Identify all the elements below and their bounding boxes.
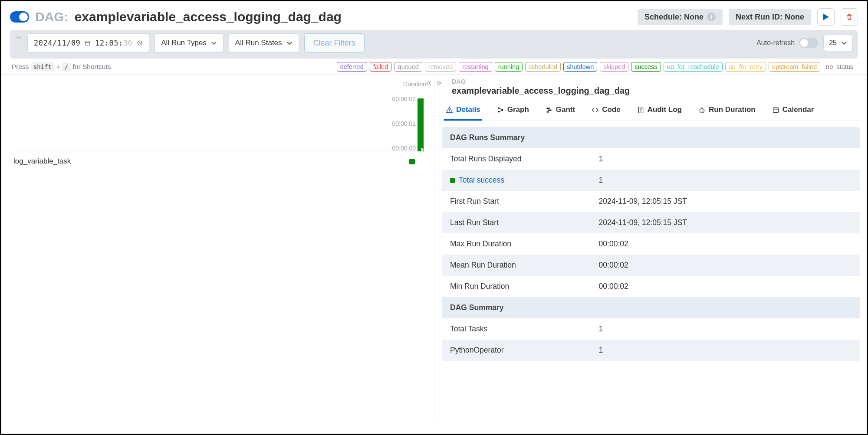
svg-rect-10	[773, 108, 778, 112]
shortcuts-hint: Press shift + / for Shortcuts	[12, 63, 111, 71]
collapse-grid-icon[interactable]: «	[426, 77, 431, 88]
trash-icon	[845, 13, 853, 21]
tab-run-duration[interactable]: Run Duration	[697, 101, 757, 121]
clear-filters-button[interactable]: Clear Filters	[304, 33, 365, 52]
dag-toggle[interactable]	[10, 11, 29, 23]
next-run-pill[interactable]: Next Run ID: None	[729, 9, 811, 25]
table-row: Total Tasks1	[442, 318, 860, 340]
state-tag-shutdown[interactable]: shutdown	[563, 62, 597, 72]
details-panel: » DAG examplevariable_access_logging_dag…	[434, 75, 867, 420]
state-tag-failed[interactable]: failed	[370, 62, 392, 72]
svg-rect-7	[546, 111, 549, 113]
trigger-button[interactable]	[817, 8, 835, 26]
state-tag-queued[interactable]: queued	[394, 62, 422, 72]
state-tag-skipped[interactable]: skipped	[600, 62, 628, 72]
chevron-down-icon	[841, 40, 847, 46]
calendar-icon	[85, 40, 91, 46]
tab-graph[interactable]: Graph	[495, 101, 531, 121]
table-row: Min Run Duration00:00:02	[442, 276, 860, 297]
datetime-picker[interactable]: 2024/11/09 12:05:36	[27, 33, 149, 52]
table-row: Mean Run Duration00:00:02	[442, 255, 860, 276]
breadcrumb: DAG examplevariable_access_logging_dag_d…	[442, 78, 860, 96]
table-row[interactable]: Total success1	[442, 170, 860, 191]
header: DAG: examplevariable_access_logging_dag_…	[1, 1, 867, 30]
state-tag-running[interactable]: running	[495, 62, 523, 72]
state-tag-removed[interactable]: removed	[425, 62, 456, 72]
collapse-filters-icon[interactable]: ︽	[16, 33, 22, 40]
state-tag-scheduled[interactable]: scheduled	[525, 62, 561, 72]
tabs: DetailsGraphGanttCodeAudit LogRun Durati…	[442, 101, 860, 121]
chevron-down-icon	[286, 40, 293, 46]
section-header: DAG Runs Summary	[442, 127, 860, 148]
code-icon	[592, 106, 599, 114]
expand-details-icon[interactable]: »	[436, 77, 441, 88]
task-instance-square[interactable]	[409, 159, 415, 164]
table-row: Last Run Start2024-11-09, 12:05:15 JST	[442, 212, 860, 233]
tab-gantt[interactable]: Gantt	[544, 101, 577, 121]
grid-panel: « Duration 00:00:02 00:00:01 00:00:00 lo…	[1, 75, 434, 420]
dag-run-bar[interactable]	[418, 98, 424, 151]
table-row: Max Run Duration00:00:02	[442, 233, 860, 255]
svg-point-2	[498, 107, 499, 108]
state-tag-deferred[interactable]: deferred	[337, 62, 367, 72]
delete-button[interactable]	[841, 8, 858, 26]
state-tag-up_for_reschedule[interactable]: up_for_reschedule	[664, 62, 723, 72]
svg-rect-6	[548, 109, 552, 111]
details-icon	[446, 106, 453, 114]
state-tag-restarting[interactable]: restarting	[459, 62, 492, 72]
duration-chart: Duration 00:00:02 00:00:01 00:00:00	[13, 79, 426, 155]
schedule-pill[interactable]: Schedule: None i	[638, 9, 723, 25]
state-tag-no_status[interactable]: no_status	[823, 62, 856, 71]
details-table: DAG Runs SummaryTotal Runs Displayed1Tot…	[442, 127, 860, 361]
run-states-select[interactable]: All Run States	[229, 33, 299, 52]
chevron-down-icon	[211, 40, 217, 46]
table-row: Total Runs Displayed1	[442, 148, 860, 170]
state-tag-up_for_retry[interactable]: up_for_retry	[725, 62, 766, 72]
task-name: log_variable_task	[13, 157, 71, 166]
dag-label: DAG:	[35, 10, 69, 24]
run-duration-icon	[698, 106, 706, 114]
table-row: First Run Start2024-11-09, 12:05:15 JST	[442, 191, 860, 212]
state-tag-success[interactable]: success	[631, 62, 661, 72]
tab-code[interactable]: Code	[590, 101, 622, 121]
tab-audit-log[interactable]: Audit Log	[635, 101, 684, 121]
gantt-icon	[546, 106, 553, 114]
audit-log-icon	[637, 106, 644, 114]
clock-icon	[137, 40, 143, 46]
dag-title: examplevariable_access_logging_dag_dag	[75, 10, 342, 24]
state-tag-upstream_failed[interactable]: upstream_failed	[769, 62, 820, 72]
auto-refresh-toggle[interactable]	[799, 38, 818, 48]
table-row: PythonOperator1	[442, 340, 860, 361]
run-types-select[interactable]: All Run Types	[155, 33, 224, 52]
page-size-select[interactable]: 25	[823, 35, 853, 51]
svg-rect-5	[546, 108, 549, 109]
filter-bar: ︽ 2024/11/09 12:05:36 All Run Types All …	[10, 30, 858, 59]
auto-refresh-label: Auto-refresh	[756, 39, 795, 47]
svg-point-3	[498, 111, 499, 112]
tab-details[interactable]: Details	[444, 101, 482, 121]
svg-rect-0	[85, 41, 90, 45]
calendar-icon	[772, 106, 779, 114]
play-icon	[822, 13, 829, 20]
task-row[interactable]: log_variable_task	[13, 155, 426, 168]
success-dot-icon	[450, 178, 455, 183]
info-icon: i	[707, 13, 716, 21]
section-header: DAG Summary	[442, 297, 860, 318]
graph-icon	[497, 106, 504, 114]
svg-point-4	[502, 109, 503, 110]
legend-row: Press shift + / for Shortcuts deferredfa…	[1, 59, 867, 74]
tab-calendar[interactable]: Calendar	[770, 101, 816, 121]
